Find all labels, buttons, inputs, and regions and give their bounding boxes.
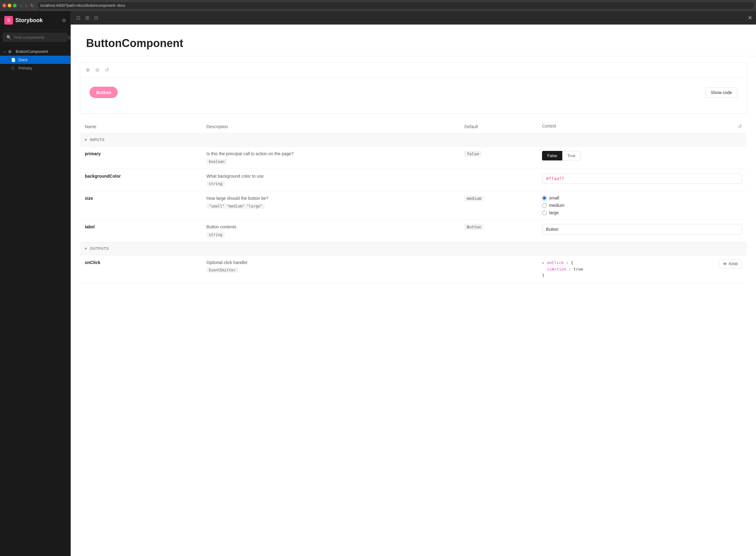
toggle-false-button[interactable]: False	[542, 151, 562, 161]
sidebar-logo: S Storybook	[4, 16, 43, 25]
sidebar-nav: ▸ ⊞ ButtonComponent 📄 Docs ⬡ Primary	[0, 45, 70, 556]
prop-desc-label: Button contents	[207, 224, 455, 230]
prop-desc-primary: Is this the principal call to action on …	[207, 151, 455, 157]
search-icon: 🔍	[6, 35, 11, 40]
col-description: Description	[202, 120, 460, 133]
reset-controls-button[interactable]: ↺	[738, 124, 742, 129]
single-view-icon[interactable]: ⊡	[74, 13, 82, 22]
preview-area: ⊕ ⊖ ↺ Button Show code	[80, 62, 747, 114]
table-row: primary Is this the principal call to ac…	[80, 147, 747, 169]
raw-button[interactable]: 👁 RAW	[719, 260, 742, 268]
storybook-logo-icon: S	[4, 16, 13, 25]
settings-icon[interactable]: ⚙	[62, 18, 66, 23]
zoom-in-icon[interactable]: ⊕	[84, 66, 91, 74]
table-row: backgroundColor What background color to…	[80, 169, 747, 191]
expand-arrow-icon: ▸	[4, 50, 6, 53]
docs-icon: 📄	[11, 58, 16, 62]
preview-canvas: Button Show code	[80, 77, 747, 113]
zoom-reset-icon[interactable]: ↺	[104, 66, 110, 74]
controls-section: Name Description Default Control ↺	[80, 120, 747, 283]
show-code-button[interactable]: Show code	[706, 87, 737, 98]
demo-button[interactable]: Button	[90, 87, 118, 98]
app-layout: S Storybook ⚙ 🔍 / ▸ ⊞ ButtonComponent 📄 …	[0, 11, 756, 556]
component-icon: ⊞	[8, 49, 13, 54]
prop-type-backgroundcolor: string	[207, 181, 225, 186]
back-button[interactable]: ‹	[19, 2, 23, 9]
close-traffic-light[interactable]	[2, 4, 6, 7]
search-input[interactable]	[14, 35, 66, 40]
sidebar-item-primary[interactable]: ⬡ Primary	[0, 64, 70, 72]
sidebar: S Storybook ⚙ 🔍 / ▸ ⊞ ButtonComponent 📄 …	[0, 11, 71, 556]
sidebar-item-docs[interactable]: 📄 Docs	[0, 56, 70, 64]
sidebar-item-button-component[interactable]: ▸ ⊞ ButtonComponent	[0, 47, 70, 56]
size-radio-small[interactable]: small	[542, 196, 742, 200]
inputs-section-label: INPUTS	[90, 138, 105, 142]
primary-toggle-group: False True	[542, 151, 742, 161]
radio-large-label: large	[549, 210, 559, 215]
outputs-section-header: ▾ OUTPUTS	[80, 242, 747, 255]
table-row: onClick Optional click handler EventEmit…	[80, 255, 747, 283]
toggle-true-button[interactable]: True	[562, 151, 580, 161]
sidebar-item-label: Primary	[19, 66, 32, 70]
onclick-code-display: ▸ onClick : { isAction : true }	[542, 260, 583, 279]
size-radio-medium[interactable]: medium	[542, 203, 742, 208]
outputs-section-label: OUTPUTS	[90, 246, 109, 251]
prop-desc-onclick: Optional click handler	[207, 260, 455, 266]
prop-name-onclick: onClick	[85, 260, 101, 265]
browser-chrome: ‹ › ↻	[0, 0, 756, 11]
preview-toolbar: ⊕ ⊖ ↺	[80, 63, 747, 77]
grid-view-icon[interactable]: ⊞	[83, 13, 91, 22]
radio-medium-label: medium	[549, 203, 564, 208]
close-icon[interactable]: ✕	[748, 14, 752, 21]
col-name: Name	[80, 120, 202, 133]
table-row: label Button contents string Button	[80, 220, 747, 242]
prop-desc-backgroundcolor: What background color to use	[207, 173, 455, 179]
sidebar-title: Storybook	[15, 17, 43, 24]
size-radio-large[interactable]: large	[542, 210, 742, 215]
inputs-chevron-icon: ▾	[85, 138, 87, 142]
page-header: ButtonComponent	[71, 25, 756, 56]
prop-name-primary: primary	[85, 151, 101, 156]
controls-table: Name Description Default Control ↺	[80, 120, 747, 283]
backgroundcolor-input[interactable]	[542, 173, 742, 184]
traffic-lights	[2, 4, 16, 7]
main-toolbar: ⊡ ⊞ ⊟ ✕	[71, 11, 756, 25]
col-default: Default	[459, 120, 537, 133]
default-val-size: medium	[464, 196, 484, 201]
view-toggle-icons: ⊡ ⊞ ⊟	[74, 13, 100, 22]
page-title: ButtonComponent	[86, 37, 741, 50]
col-control: Control ↺	[537, 120, 747, 133]
outputs-chevron-icon: ▾	[85, 246, 87, 251]
table-row: size How large should the button be? "sm…	[80, 191, 747, 220]
prop-type-label: string	[207, 232, 225, 238]
forward-button[interactable]: ›	[24, 2, 28, 9]
prop-name-backgroundcolor: backgroundColor	[85, 174, 121, 179]
default-val-label: Button	[464, 224, 484, 230]
zoom-view-icon[interactable]: ⊟	[92, 13, 100, 22]
label-input[interactable]	[542, 224, 742, 235]
main-content: ButtonComponent ⊕ ⊖ ↺ Button Show code	[71, 25, 756, 556]
prop-type-onclick: EventEmitter	[207, 267, 238, 273]
refresh-button[interactable]: ↻	[29, 2, 35, 9]
radio-small-label: small	[549, 196, 559, 200]
eye-icon: 👁	[723, 262, 727, 267]
search-box[interactable]: 🔍 /	[3, 33, 67, 42]
maximize-traffic-light[interactable]	[13, 4, 16, 7]
prop-desc-size: How large should the button be?	[207, 196, 455, 202]
radio-medium-input[interactable]	[542, 203, 547, 208]
zoom-out-icon[interactable]: ⊖	[94, 66, 101, 74]
sidebar-item-label: ButtonComponent	[16, 49, 48, 54]
sidebar-item-label: Docs	[19, 58, 28, 62]
story-icon: ⬡	[11, 66, 16, 70]
browser-nav: ‹ › ↻	[19, 2, 35, 9]
prop-type-primary: boolean	[207, 159, 227, 165]
prop-name-label: label	[85, 224, 95, 229]
sidebar-header: S Storybook ⚙	[0, 11, 70, 30]
inputs-section-header: ▾ INPUTS	[80, 133, 747, 147]
radio-large-input[interactable]	[542, 211, 547, 215]
radio-small-input[interactable]	[542, 196, 547, 200]
minimize-traffic-light[interactable]	[8, 4, 11, 7]
address-bar[interactable]	[38, 2, 754, 9]
size-radio-group: small medium large	[542, 196, 742, 215]
prop-type-size: "small" "medium" "large"	[207, 204, 265, 209]
